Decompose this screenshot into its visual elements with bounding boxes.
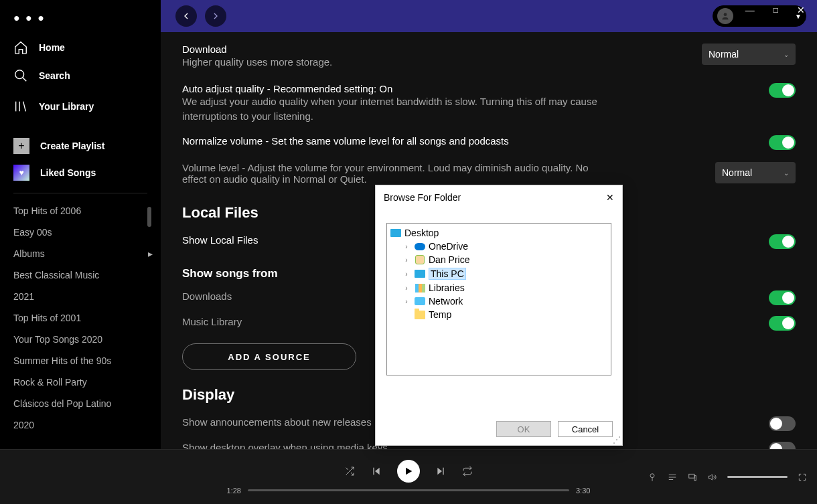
svg-rect-10 — [443, 467, 443, 475]
normalize-toggle[interactable] — [769, 135, 796, 150]
volume-level-label: Volume level - Adjust the volume for you… — [182, 162, 597, 185]
expand-icon[interactable]: › — [402, 298, 411, 305]
nav-library[interactable]: Your Library — [5, 92, 155, 120]
music-library-source-label: Music Library — [182, 316, 242, 327]
resize-grip[interactable]: ⋰ — [613, 436, 621, 444]
folder-tree[interactable]: Desktop › OneDrive › Dan Price › This PC… — [386, 223, 611, 375]
download-label: Download — [182, 44, 332, 55]
liked-songs[interactable]: ♥ Liked Songs — [5, 159, 155, 186]
downloads-source-toggle[interactable] — [769, 290, 796, 305]
show-local-files-toggle[interactable] — [769, 234, 796, 249]
create-playlist[interactable]: + Create Playlist — [5, 133, 155, 159]
dialog-cancel-button[interactable]: Cancel — [558, 421, 613, 437]
libraries-icon — [414, 282, 426, 293]
monitor-icon — [390, 228, 402, 238]
total-time: 3:30 — [576, 487, 590, 495]
avatar-icon — [717, 8, 733, 24]
tree-item-desktop[interactable]: Desktop — [390, 226, 608, 240]
tree-item-this-pc[interactable]: › This PC — [390, 266, 608, 281]
playlist-item[interactable]: Rock & Roll Party — [13, 371, 153, 393]
tree-item-temp[interactable]: Temp — [390, 308, 608, 321]
volume-button[interactable] — [707, 472, 718, 483]
tree-item-libraries[interactable]: › Libraries — [390, 281, 608, 295]
sidebar-divider — [13, 193, 147, 193]
download-quality-select[interactable]: Normal ⌄ — [702, 44, 796, 65]
play-button[interactable] — [397, 460, 420, 483]
svg-point-11 — [650, 473, 654, 477]
music-library-source-toggle[interactable] — [769, 316, 796, 331]
folder-icon — [414, 309, 426, 320]
library-icon — [13, 99, 28, 114]
playlist-item[interactable]: Summer Hits of the 90s — [13, 350, 153, 371]
cloud-icon — [414, 241, 426, 252]
next-track-button[interactable] — [435, 465, 447, 477]
search-icon — [13, 68, 28, 83]
nav-forward-button[interactable] — [205, 5, 226, 27]
fullscreen-button[interactable] — [797, 472, 808, 483]
create-playlist-label: Create Playlist — [40, 141, 105, 151]
repeat-button[interactable] — [461, 465, 473, 477]
app-menu-button[interactable]: ● ● ● — [5, 8, 155, 33]
nav-home[interactable]: Home — [5, 33, 155, 62]
playlist-list[interactable]: Top Hits of 2006 Easy 00s Albums▸ Best C… — [5, 200, 155, 436]
playlist-item[interactable]: Your Top Songs 2020 — [13, 329, 153, 350]
nav-library-label: Your Library — [39, 101, 94, 112]
topbar: ▼ — [161, 0, 817, 32]
nav-search[interactable]: Search — [5, 62, 155, 90]
svg-marker-8 — [406, 467, 412, 475]
playlist-item[interactable]: Albums▸ — [13, 243, 153, 264]
tree-item-onedrive[interactable]: › OneDrive — [390, 240, 608, 253]
playlist-item[interactable]: Clásicos del Pop Latino — [13, 393, 153, 414]
plus-icon: + — [13, 138, 29, 154]
svg-rect-17 — [694, 475, 696, 480]
expand-icon[interactable]: › — [402, 270, 411, 278]
shuffle-button[interactable] — [344, 465, 356, 477]
volume-slider[interactable] — [727, 476, 788, 478]
playlist-item[interactable]: 2021 — [13, 286, 153, 307]
dialog-close-button[interactable]: ✕ — [606, 192, 614, 203]
close-window-button[interactable]: ✕ — [797, 5, 805, 15]
heart-icon: ♥ — [13, 165, 29, 181]
minimize-button[interactable]: — — [745, 5, 755, 15]
previous-track-button[interactable] — [370, 465, 382, 477]
show-local-files-label: Show Local Files — [182, 234, 258, 246]
playlist-item[interactable]: 2020 — [13, 414, 153, 436]
announcements-label: Show announcements about new releases — [182, 416, 372, 428]
expand-icon[interactable]: › — [402, 284, 411, 292]
auto-quality-sublabel: We adjust your audio quality when your i… — [182, 94, 597, 124]
devices-button[interactable] — [687, 472, 698, 483]
volume-level-select[interactable]: Normal ⌄ — [715, 162, 796, 183]
dialog-ok-button[interactable]: OK — [496, 421, 551, 437]
auto-quality-label: Auto adjust quality - Recommended settin… — [182, 83, 597, 94]
playlist-item[interactable]: Easy 00s — [13, 222, 153, 243]
announcements-toggle[interactable] — [769, 416, 796, 431]
nav-back-button[interactable] — [175, 5, 197, 27]
nav-search-label: Search — [39, 70, 70, 81]
svg-line-1 — [23, 78, 27, 82]
auto-quality-toggle[interactable] — [769, 83, 796, 98]
user-folder-icon — [414, 254, 426, 265]
svg-line-4 — [23, 102, 26, 112]
downloads-source-label: Downloads — [182, 290, 232, 302]
sidebar: ● ● ● Home Search Your Library + Create … — [0, 0, 161, 504]
pc-icon — [414, 268, 426, 279]
playlist-item[interactable]: Top Hits of 2001 — [13, 307, 153, 329]
playlist-item[interactable]: Top Hits of 2006 — [13, 200, 153, 222]
window-titlebar: — □ ✕ — [745, 0, 817, 20]
chevron-down-icon: ⌄ — [784, 51, 789, 58]
add-source-button[interactable]: ADD A SOURCE — [182, 343, 356, 370]
scrollbar-thumb[interactable] — [147, 207, 151, 227]
maximize-button[interactable]: □ — [773, 5, 778, 15]
tree-item-user[interactable]: › Dan Price — [390, 253, 608, 266]
svg-point-0 — [15, 70, 24, 79]
browse-folder-dialog: Browse For Folder ✕ Desktop › OneDrive ›… — [375, 185, 623, 446]
lyrics-button[interactable] — [647, 472, 658, 483]
playlist-item[interactable]: Best Classical Music — [13, 264, 153, 286]
nav-home-label: Home — [39, 42, 65, 53]
tree-item-network[interactable]: › Network — [390, 295, 608, 308]
expand-icon[interactable]: › — [402, 243, 411, 250]
svg-rect-16 — [689, 474, 694, 478]
queue-button[interactable] — [667, 472, 678, 483]
progress-slider[interactable] — [248, 489, 569, 491]
expand-icon[interactable]: › — [402, 256, 411, 264]
